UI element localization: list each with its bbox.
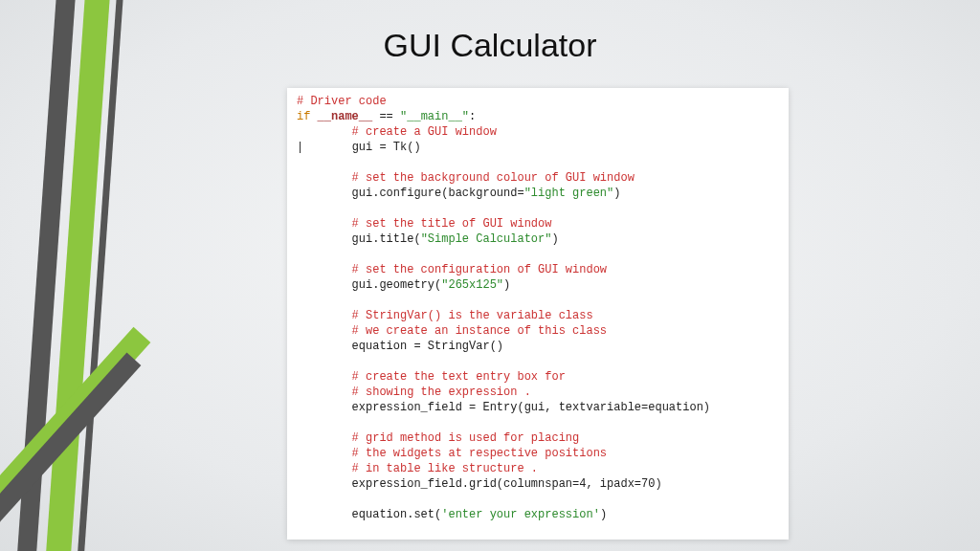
code-keyword-if: if xyxy=(297,110,310,123)
code-text: gui.geometry( xyxy=(352,278,442,292)
code-content: # Driver code if __name__ == "__main__":… xyxy=(297,94,779,522)
code-text: gui = Tk() xyxy=(352,141,421,154)
code-string: "light green" xyxy=(524,187,614,200)
code-comment: # showing the expression . xyxy=(352,386,531,399)
code-string: "__main__" xyxy=(400,110,469,123)
code-text: == xyxy=(372,110,400,123)
code-text: ) xyxy=(551,232,558,246)
code-comment: # set the configuration of GUI window xyxy=(352,263,607,276)
code-comment: # we create an instance of this class xyxy=(352,324,607,338)
code-text: : xyxy=(469,110,476,123)
code-comment: # set the title of GUI window xyxy=(352,217,552,231)
code-string: "Simple Calculator" xyxy=(421,232,552,246)
code-comment: # the widgets at respective positions xyxy=(352,447,607,460)
code-comment: # set the background colour of GUI windo… xyxy=(352,171,635,185)
code-comment: # create a GUI window xyxy=(352,125,497,139)
code-text: expression_field = Entry(gui, textvariab… xyxy=(352,401,710,414)
code-text: ) xyxy=(613,187,620,200)
code-text: equation = StringVar() xyxy=(352,340,503,353)
slide-title: GUI Calculator xyxy=(0,27,980,64)
code-dunder-name: __name__ xyxy=(318,110,373,123)
code-comment: # StringVar() is the variable class xyxy=(352,309,593,322)
code-text: equation.set( xyxy=(352,508,442,521)
code-comment: # create the text entry box for xyxy=(352,370,566,384)
accent-wedge xyxy=(0,302,134,551)
code-text: ) xyxy=(503,278,510,292)
code-comment: # Driver code xyxy=(297,95,387,108)
code-block: # Driver code if __name__ == "__main__":… xyxy=(287,88,789,540)
code-string: 'enter your expression' xyxy=(441,508,600,521)
code-comment: # in table like structure . xyxy=(352,462,538,475)
code-text: ) xyxy=(600,508,607,521)
code-text: expression_field.grid(columnspan=4, ipad… xyxy=(352,477,662,491)
code-string: "265x125" xyxy=(441,278,503,292)
text-cursor-icon: | xyxy=(297,141,303,154)
code-text: gui.title( xyxy=(352,232,421,246)
code-comment: # grid method is used for placing xyxy=(352,431,580,445)
code-text: gui.configure(background= xyxy=(352,187,524,200)
